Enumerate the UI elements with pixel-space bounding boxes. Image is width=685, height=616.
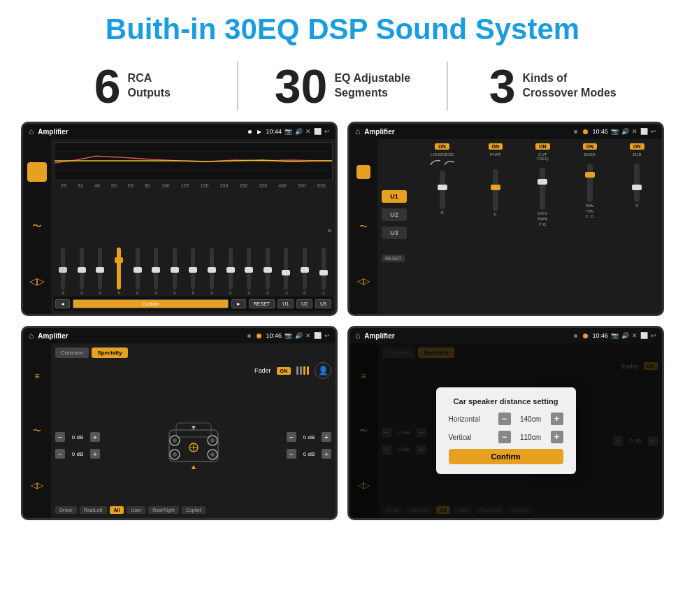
eq-slider-1[interactable]: 0 — [54, 248, 73, 295]
fader-sidebar-icon-2[interactable]: 〜 — [30, 424, 44, 438]
fader-content: ≡ 〜 ◁▷ Common Specialty Fader ON — [23, 343, 336, 518]
eq-slider-13[interactable]: -1 — [277, 248, 296, 295]
crossover-screen-wrapper: ⌂ Amplifier 10:45 📷 🔊 ✕ ⬜ ↩ ≡ 〜 ◁▷ U1 — [347, 122, 664, 316]
eq-close-icon[interactable]: ✕ — [305, 128, 311, 135]
eq-sidebar-icon-2[interactable]: 〜 — [27, 217, 47, 236]
eq-sidebar-icon-3[interactable]: ◁▷ — [27, 271, 47, 291]
dialog-vertical-label: Vertical — [449, 434, 491, 441]
fader-back-icon[interactable]: ↩ — [324, 332, 330, 339]
vol-plus-4[interactable]: + — [322, 449, 331, 459]
eq-next-btn[interactable]: ► — [231, 299, 246, 308]
sub-g-label: G — [635, 203, 639, 208]
eq-slider-15[interactable]: -1 — [314, 248, 333, 295]
vol-plus-3[interactable]: + — [322, 432, 331, 442]
fader-right-vols: − 0 dB + − 0 dB + — [287, 432, 331, 459]
u3-button[interactable]: U3 — [382, 227, 407, 239]
vol-value-1: 0 dB — [68, 434, 87, 440]
bass-freq2: 70Hz — [586, 209, 594, 213]
dialog-screen-wrapper: ⌂ Amplifier 10:46 📷 🔊 ✕ ⬜ ↩ ≡ 〜 ◁▷ — [347, 326, 664, 520]
dialog-confirm-button[interactable]: Confirm — [449, 449, 563, 464]
dialog-close-icon[interactable]: ✕ — [632, 332, 637, 339]
dialog-home-icon[interactable]: ⌂ — [355, 331, 360, 341]
vol-minus-1[interactable]: − — [55, 432, 65, 442]
cross-sidebar-icon-2[interactable]: 〜 — [356, 220, 370, 234]
fader-sidebar-icon-3[interactable]: ◁▷ — [30, 478, 44, 492]
dialog-vertical-plus[interactable]: + — [551, 431, 563, 443]
eq-time: 10:44 — [266, 128, 282, 135]
vol-minus-2[interactable]: − — [55, 449, 65, 459]
pos-rearright-btn[interactable]: RearRight — [148, 506, 179, 514]
dialog-vertical-row: Vertical − 110cm + — [449, 431, 563, 443]
eq-rect-icon: ⬜ — [314, 128, 322, 135]
vol-minus-3[interactable]: − — [287, 432, 296, 442]
eq-u2-btn[interactable]: U2 — [296, 299, 312, 308]
fader-tab-specialty[interactable]: Specialty — [92, 348, 127, 358]
pos-all-btn[interactable]: All — [110, 506, 124, 514]
stat-text-rca: RCAOutputs — [128, 71, 171, 101]
phat-slider[interactable] — [493, 169, 498, 211]
fader-tab-common[interactable]: Common — [55, 348, 89, 358]
vol-plus-2[interactable]: + — [90, 449, 100, 459]
eq-home-icon[interactable]: ⌂ — [29, 127, 34, 136]
eq-dot1 — [248, 130, 252, 134]
eq-slider-12[interactable]: 0 — [259, 248, 277, 295]
dialog-horizontal-minus[interactable]: − — [498, 413, 511, 425]
cross-back-icon[interactable]: ↩ — [651, 128, 656, 135]
pos-driver-btn[interactable]: Driver — [55, 506, 77, 514]
fader-sidebar-icon-1[interactable]: ≡ — [30, 369, 44, 383]
dialog-vertical-control: − 110cm + — [498, 431, 563, 443]
vol-minus-4[interactable]: − — [287, 449, 296, 459]
cross-home-icon[interactable]: ⌂ — [355, 127, 360, 136]
vol-control-4: − 0 dB + — [287, 449, 331, 459]
dialog-overlay: Car speaker distance setting Horizontal … — [349, 343, 662, 518]
eq-slider-3[interactable]: 0 — [91, 248, 110, 295]
eq-back-icon[interactable]: ↩ — [324, 128, 330, 135]
cross-reset-btn[interactable]: RESET — [382, 250, 407, 263]
loudness-label: LOUDNESS — [431, 152, 454, 157]
eq-slider-10[interactable]: 0 — [221, 248, 240, 295]
eq-slider-8[interactable]: 0 — [184, 248, 203, 295]
dialog-back-icon[interactable]: ↩ — [651, 332, 656, 339]
pos-user-btn[interactable]: User — [127, 506, 145, 514]
eq-slider-5[interactable]: 0 — [128, 248, 147, 295]
u2-button[interactable]: U2 — [382, 208, 407, 221]
fader-close-icon[interactable]: ✕ — [305, 332, 311, 339]
fader-knob-area: − 0 dB + − 0 dB + — [55, 385, 331, 506]
eq-slider-6[interactable]: 0 — [147, 248, 166, 295]
cross-rect-icon: ⬜ — [640, 128, 648, 135]
eq-u3-btn[interactable]: U3 — [315, 299, 331, 308]
vol-control-1: − 0 dB + — [55, 432, 100, 442]
pos-copilot-btn[interactable]: Copilot — [182, 506, 206, 514]
stat-item-crossover: 3 Kinds ofCrossover Modes — [462, 62, 643, 110]
cross-sidebar-icon-3[interactable]: ◁▷ — [356, 274, 370, 288]
svg-marker-18 — [192, 426, 196, 430]
loudness-slider[interactable] — [440, 171, 445, 209]
sub-slider[interactable] — [634, 164, 640, 202]
cutfreq-slider[interactable] — [540, 168, 545, 210]
fader-home-icon[interactable]: ⌂ — [29, 331, 34, 341]
pos-rearleft-btn[interactable]: RearLeft — [80, 506, 107, 514]
u1-button[interactable]: U1 — [382, 190, 407, 203]
cross-close-icon[interactable]: ✕ — [632, 128, 637, 135]
eq-slider-14[interactable]: 0 — [296, 248, 315, 295]
cross-status-title: Amplifier — [364, 128, 570, 136]
eq-reset-btn[interactable]: RESET — [249, 299, 275, 308]
cross-sidebar-icon-1[interactable]: ≡ — [356, 165, 370, 179]
eq-slider-7[interactable]: 0 — [166, 248, 185, 295]
eq-slider-2[interactable]: 0 — [73, 248, 92, 295]
svg-marker-17 — [192, 465, 196, 469]
eq-sidebar-icon-1[interactable]: ≡ — [27, 162, 47, 182]
eq-prev-btn[interactable]: ◄ — [55, 299, 70, 308]
eq-more-icon[interactable]: » — [327, 227, 331, 234]
cutfreq-freq1: 100Hz — [538, 211, 547, 215]
eq-u1-btn[interactable]: U1 — [277, 299, 294, 308]
vol-plus-1[interactable]: + — [90, 432, 100, 442]
eq-slider-4[interactable]: 5 — [110, 248, 129, 295]
eq-slider-9[interactable]: 0 — [203, 248, 222, 295]
fader-screen-wrapper: ⌂ Amplifier 10:46 📷 🔊 ✕ ⬜ ↩ ≡ 〜 ◁▷ — [21, 326, 338, 520]
cross-bass-col: ON BASS 90Hz 70Hz F G — [583, 143, 598, 227]
eq-slider-11[interactable]: 0 — [240, 248, 259, 295]
dialog-vertical-minus[interactable]: − — [498, 431, 511, 443]
bass-slider1[interactable] — [587, 164, 593, 202]
dialog-horizontal-plus[interactable]: + — [551, 413, 563, 425]
